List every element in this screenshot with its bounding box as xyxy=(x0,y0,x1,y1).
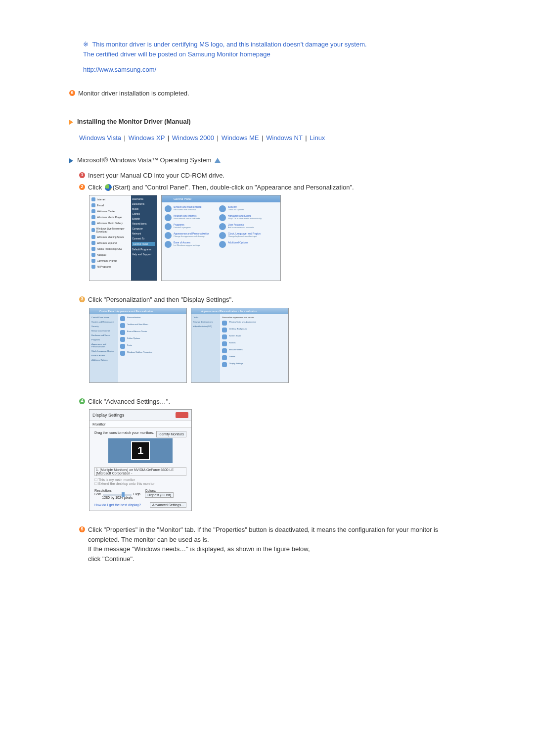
step-5-line2: If the message "Windows needs…" is displ… xyxy=(88,545,310,553)
control-panel-item: Ease of AccessLet Windows suggest settin… xyxy=(165,241,214,248)
section-arrow-icon xyxy=(69,120,73,125)
control-panel-item: Appearance and PersonalizationChange the… xyxy=(165,232,214,239)
start-orb-icon xyxy=(105,184,112,191)
pz2-right-item: Mouse Pointers xyxy=(222,348,286,353)
pz1-left-item: Ease of Access xyxy=(91,354,116,357)
step-4-text: Click "Advanced Settings…". xyxy=(88,397,465,407)
sep: | xyxy=(305,134,307,142)
sep: | xyxy=(124,134,126,142)
pz2-left-item: Adjust font size (DPI) xyxy=(193,325,218,328)
pz1-left-item: Network and Internet xyxy=(91,330,116,332)
note-asterisk-icon: ※ xyxy=(83,41,89,48)
pz1-left-item: Programs xyxy=(91,338,116,341)
step-4-row: 4 Click "Advanced Settings…". xyxy=(79,397,465,407)
bullet-2-icon: 2 xyxy=(79,184,85,190)
start-menu-item: Notepad xyxy=(91,253,130,257)
pz1-right-item: Folder Options xyxy=(120,337,184,342)
ds-titlebar: Display Settings xyxy=(89,410,191,421)
pz2-right: Personalize appearance and sounds Window… xyxy=(220,314,288,382)
certifying-note: ※ This monitor driver is under certifyin… xyxy=(83,40,465,75)
sep: | xyxy=(262,134,263,142)
step-2-row: 2 Click (Start) and "Control Panel". The… xyxy=(79,183,465,192)
start-menu-item: Command Prompt xyxy=(91,259,130,263)
step-2-text: Click (Start) and "Control Panel". Then,… xyxy=(88,183,465,192)
step-3-text: Click "Personalization" and then "Displa… xyxy=(88,295,465,305)
link-linux[interactable]: Linux xyxy=(310,134,325,142)
control-panel-item: User AccountsAdd or remove user accounts xyxy=(219,223,268,230)
control-panel-item: Network and InternetView network status … xyxy=(165,214,214,221)
ds-tab-monitor: Monitor xyxy=(89,421,191,428)
pz2-left-item: Change desktop icons xyxy=(193,321,218,323)
ds-body: Drag the icons to match your monitors. I… xyxy=(89,428,191,511)
start-menu-right-item: Music xyxy=(132,207,155,210)
pz2-right-item: Display Settings xyxy=(222,362,286,367)
close-icon xyxy=(176,412,188,418)
screenshot-step3: Control Panel > Appearance and Personali… xyxy=(89,308,465,383)
pz2-left-item: Tasks xyxy=(193,316,218,319)
pz2-header: Personalize appearance and sounds xyxy=(222,316,286,319)
page-content: ※ This monitor driver is under certifyin… xyxy=(0,0,534,756)
pz1-right: PersonalizationTaskbar and Start MenuEas… xyxy=(118,314,186,382)
ds-high: High xyxy=(134,492,140,496)
cancel-button: Cancel xyxy=(154,511,170,511)
link-windows-xp[interactable]: Windows XP xyxy=(129,134,165,142)
start-menu-item: Windows Meeting Space xyxy=(91,235,130,239)
sep: | xyxy=(168,134,169,142)
apply-button: Apply xyxy=(173,511,186,511)
pz1-right-item: Personalization xyxy=(120,316,184,321)
link-windows-me[interactable]: Windows ME xyxy=(222,134,259,142)
os-links-row: Windows Vista | Windows XP | Windows 200… xyxy=(79,134,465,142)
pz1-right-item: Ease of Access Center xyxy=(120,330,184,335)
os-arrow-icon xyxy=(69,158,73,163)
start-menu-right-item: Computer xyxy=(132,227,155,230)
screenshot-step2: InternetE-mailWelcome CenterWindows Medi… xyxy=(89,195,465,281)
step-6-row: 6 Monitor driver installation is complet… xyxy=(69,89,465,98)
bullet-6-icon: 6 xyxy=(69,90,75,96)
vista-steps: 1 Insert your Manual CD into your CD-ROM… xyxy=(79,171,465,564)
ds-low: Low xyxy=(94,492,101,496)
sep: | xyxy=(217,134,219,142)
screenshot-display-settings: Display Settings Monitor Drag the icons … xyxy=(89,409,192,511)
start-menu-right-item: Games xyxy=(132,212,155,215)
ds-preview-area: 1 xyxy=(108,438,173,463)
start-menu-right-item: Default Programs xyxy=(132,248,155,251)
step-1-row: 1 Insert your Manual CD into your CD-ROM… xyxy=(79,171,465,181)
ds-help-link: How do I get the best display? xyxy=(94,503,141,507)
advanced-settings-button: Advanced Settings... xyxy=(150,502,186,508)
start-menu-item: Adobe Photoshop CS2 xyxy=(91,247,130,251)
section-manual-install: Installing the Monitor Driver (Manual) xyxy=(69,118,465,125)
start-menu-item: E-mail xyxy=(91,203,130,207)
pz1-right-item: Windows Sidebar Properties xyxy=(120,351,184,356)
step-5-row: 5 Click "Properties" in the "Monitor" ta… xyxy=(79,525,465,564)
ds-drag-text: Drag the icons to match your monitors. xyxy=(94,431,154,434)
cp-body: System and MaintenanceGet started with W… xyxy=(162,202,280,251)
step-2b: (Start) and "Control Panel". Then, doubl… xyxy=(113,184,354,191)
start-menu-right-item: Network xyxy=(132,232,155,235)
link-windows-2000[interactable]: Windows 2000 xyxy=(172,134,214,142)
samsung-homepage-link[interactable]: http://www.samsung.com/ xyxy=(83,65,465,75)
pz2-title: Appearance and Personalization > Persona… xyxy=(191,308,288,314)
pz2-left: TasksChange desktop iconsAdjust font siz… xyxy=(191,314,220,382)
start-menu-right-item: Recent Items xyxy=(132,222,155,225)
colors-select: Highest (32 bit) xyxy=(145,492,173,498)
ds-res-label: Resolution: xyxy=(94,489,140,492)
back-to-top-icon[interactable] xyxy=(215,158,221,163)
screenshot-control-panel: Control Panel System and MaintenanceGet … xyxy=(161,195,281,281)
pz1-left-item: Hardware and Sound xyxy=(91,334,116,336)
start-menu-right-item: Search xyxy=(132,217,155,220)
start-menu-item: Welcome Center xyxy=(91,209,130,213)
ds-title-text: Display Settings xyxy=(92,413,125,418)
link-windows-nt[interactable]: Windows NT xyxy=(266,134,302,142)
ds-monitor-select: 1. (Multiple Monitors) on NVIDIA GeForce… xyxy=(94,467,186,476)
ds-res-value: 1280 by 1024 pixels xyxy=(94,496,140,499)
vista-heading-text: Microsoft® Windows Vista™ Operating Syst… xyxy=(77,156,212,164)
pz1-right-item: Taskbar and Start Menu xyxy=(120,323,184,328)
control-panel-item: Additional Options xyxy=(219,241,268,248)
pz1-left-item: Appearance and Personalization xyxy=(91,343,116,348)
ds-chk-extend: ☐ Extend the desktop onto this monitor xyxy=(94,482,186,486)
start-menu-right-item: Documents xyxy=(132,202,155,205)
start-menu-right-item: Username xyxy=(132,197,155,200)
link-windows-vista[interactable]: Windows Vista xyxy=(79,134,121,142)
control-panel-item: ProgramsUninstall a program xyxy=(165,223,214,230)
pz1-title: Control Panel > Appearance and Personali… xyxy=(89,308,186,314)
